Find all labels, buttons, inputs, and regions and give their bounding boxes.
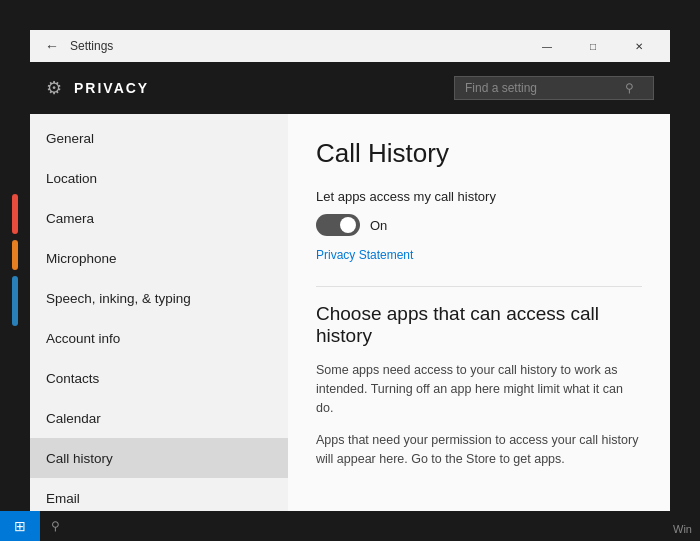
privacy-statement-link[interactable]: Privacy Statement <box>316 248 642 262</box>
search-input[interactable] <box>465 81 625 95</box>
window-controls: — □ ✕ <box>524 30 662 62</box>
sidebar-item-account[interactable]: Account info <box>30 318 288 358</box>
deco-bar-blue <box>12 276 18 326</box>
sidebar-item-camera[interactable]: Camera <box>30 198 288 238</box>
app-title: PRIVACY <box>74 80 454 96</box>
main-panel: Call History Let apps access my call his… <box>288 114 670 520</box>
search-box[interactable]: ⚲ <box>454 76 654 100</box>
right-decoration <box>670 30 700 490</box>
app-header: ⚙ PRIVACY ⚲ <box>30 62 670 114</box>
title-bar: ← Settings — □ ✕ <box>30 30 670 62</box>
deco-bar-orange <box>12 240 18 270</box>
call-history-toggle[interactable] <box>316 214 360 236</box>
sidebar-item-microphone[interactable]: Microphone <box>30 238 288 278</box>
search-taskbar[interactable]: ⚲ <box>40 511 70 541</box>
window-title: Settings <box>70 39 524 53</box>
page-title: Call History <box>316 138 642 169</box>
section-divider <box>316 286 642 287</box>
search-taskbar-icon: ⚲ <box>51 519 60 533</box>
sidebar-item-callhistory[interactable]: Call history <box>30 438 288 478</box>
toggle-state-label: On <box>370 218 387 233</box>
description-2: Apps that need your permission to access… <box>316 431 642 469</box>
settings-window: ← Settings — □ ✕ ⚙ PRIVACY ⚲ General Loc… <box>30 30 670 520</box>
sidebar-item-calendar[interactable]: Calendar <box>30 398 288 438</box>
sidebar-item-general[interactable]: General <box>30 118 288 158</box>
toggle-row: On <box>316 214 642 236</box>
sidebar-item-location[interactable]: Location <box>30 158 288 198</box>
minimize-button[interactable]: — <box>524 30 570 62</box>
toggle-knob <box>340 217 356 233</box>
sidebar-item-speech[interactable]: Speech, inking, & typing <box>30 278 288 318</box>
content-area: General Location Camera Microphone Speec… <box>30 114 670 520</box>
taskbar: ⊞ ⚲ Win <box>0 511 700 541</box>
back-button[interactable]: ← <box>38 32 66 60</box>
maximize-button[interactable]: □ <box>570 30 616 62</box>
section-heading: Choose apps that can access call history <box>316 303 642 347</box>
windows-logo: ⊞ <box>14 518 26 534</box>
sidebar: General Location Camera Microphone Speec… <box>30 114 288 520</box>
sidebar-item-contacts[interactable]: Contacts <box>30 358 288 398</box>
start-button[interactable]: ⊞ <box>0 511 40 541</box>
description-1: Some apps need access to your call histo… <box>316 361 642 417</box>
toggle-section-label: Let apps access my call history <box>316 189 642 204</box>
win-label: Win <box>673 523 692 535</box>
close-button[interactable]: ✕ <box>616 30 662 62</box>
settings-icon: ⚙ <box>46 77 62 99</box>
search-icon: ⚲ <box>625 81 634 95</box>
left-decoration <box>0 30 30 490</box>
deco-bar-red <box>12 194 18 234</box>
